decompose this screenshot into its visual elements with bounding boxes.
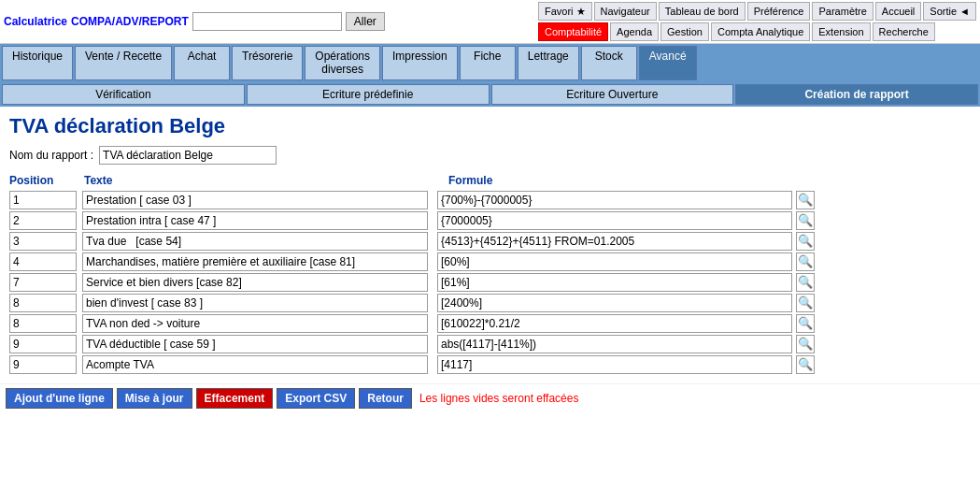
nav-agenda[interactable]: Agenda [610,22,659,41]
nav-sortie[interactable]: Sortie ◄ [923,2,976,21]
formula-input-5[interactable] [437,294,792,312]
rapport-input[interactable] [99,146,277,165]
path-label: COMPA/ADV/REPORT [71,15,189,28]
formula-input-4[interactable] [437,273,792,292]
nav-recherche[interactable]: Recherche [873,22,935,41]
tab-lettrage[interactable]: Lettrage [518,46,579,80]
pos-input-7[interactable] [9,335,77,353]
nav-tableau[interactable]: Tableau de bord [659,2,746,21]
nav-navigateur[interactable]: Navigateur [594,2,657,21]
text-input-3[interactable] [82,252,428,271]
formula-input-1[interactable] [437,211,792,230]
text-input-4[interactable] [82,273,428,292]
nav-extension[interactable]: Extension [812,22,870,41]
back-button[interactable]: Retour [359,388,412,409]
table-rows: 🔍 🔍 🔍 🔍 🔍 🔍 [9,191,971,374]
tab-fiche[interactable]: Fiche [460,46,516,80]
text-input-5[interactable] [82,294,428,312]
action-bar: Ajout d'une ligne Mise à jour Effacement… [0,383,980,412]
aller-button[interactable]: Aller [346,12,385,31]
table-area: Position Texte Formule 🔍 🔍 🔍 🔍 [0,168,980,380]
pos-input-0[interactable] [9,191,77,209]
nav-preference[interactable]: Préférence [747,2,811,21]
pos-input-6[interactable] [9,314,77,333]
table-row: 🔍 [9,314,971,333]
text-input-6[interactable] [82,314,428,333]
search-icon-btn-4[interactable]: 🔍 [796,273,815,292]
pos-input-8[interactable] [9,355,77,374]
text-input-7[interactable] [82,335,428,353]
search-icon-btn-3[interactable]: 🔍 [796,252,815,271]
nav-compta-analytique[interactable]: Compta Analytique [711,22,810,41]
sub-tab-ecriture-ouverture[interactable]: Ecriture Ouverture [491,84,734,105]
tab-avance[interactable]: Avancé [639,46,697,80]
search-icon-btn-6[interactable]: 🔍 [796,314,815,333]
table-row: 🔍 [9,211,971,230]
page-title: TVA déclaration Belge [0,107,980,142]
top-right-nav: Favori ★ Navigateur Tableau de bord Préf… [538,2,976,41]
pos-input-5[interactable] [9,294,77,312]
pos-input-2[interactable] [9,232,77,251]
table-row: 🔍 [9,232,971,251]
tab-operations[interactable]: Opérationsdiverses [305,46,380,80]
pos-input-4[interactable] [9,273,77,292]
table-row: 🔍 [9,294,971,312]
formula-input-3[interactable] [437,252,792,271]
top-nav-row1: Favori ★ Navigateur Tableau de bord Préf… [538,2,976,21]
search-icon-btn-7[interactable]: 🔍 [796,335,815,353]
table-row: 🔍 [9,273,971,292]
warning-text: Les lignes vides seront effacées [419,392,579,405]
table-row: 🔍 [9,252,971,271]
nav-accueil[interactable]: Accueil [875,2,921,21]
tab-historique[interactable]: Historique [2,46,73,80]
formula-input-7[interactable] [437,335,792,353]
sub-tab-bar: Vérification Ecriture prédefinie Ecritur… [0,82,980,107]
search-icon-btn-2[interactable]: 🔍 [796,232,815,251]
sub-tab-ecriture-predefinie[interactable]: Ecriture prédefinie [247,84,490,105]
nav-comptabilite[interactable]: Comptabilité [538,22,608,41]
nav-gestion[interactable]: Gestion [660,22,709,41]
tab-stock[interactable]: Stock [581,46,637,80]
sub-tab-verification[interactable]: Vérification [2,84,245,105]
formula-input-6[interactable] [437,314,792,333]
main-tab-bar: Historique Vente / Recette Achat Trésore… [0,44,980,82]
add-line-button[interactable]: Ajout d'une ligne [6,388,113,409]
calculatrice-label[interactable]: Calculatrice [4,15,67,28]
search-icon-btn-8[interactable]: 🔍 [796,355,815,374]
pos-input-3[interactable] [9,252,77,271]
table-row: 🔍 [9,191,971,209]
search-input[interactable] [192,12,342,31]
formula-input-2[interactable] [437,232,792,251]
pos-input-1[interactable] [9,211,77,230]
update-button[interactable]: Mise à jour [117,388,192,409]
sub-tab-creation-rapport[interactable]: Création de rapport [735,84,978,105]
search-icon-btn-1[interactable]: 🔍 [796,211,815,230]
search-icon-btn-5[interactable]: 🔍 [796,294,815,312]
text-input-1[interactable] [82,211,428,230]
tab-impression[interactable]: Impression [382,46,458,80]
rapport-row: Nom du rapport : [0,142,980,168]
col-header-formule: Formule [448,174,492,187]
text-input-2[interactable] [82,232,428,251]
rapport-label: Nom du rapport : [9,149,93,162]
formula-input-0[interactable] [437,191,792,209]
top-nav-row2: Comptabilité Agenda Gestion Compta Analy… [538,22,976,41]
tab-tresorerie[interactable]: Trésorerie [232,46,303,80]
tab-achat[interactable]: Achat [174,46,230,80]
nav-favori[interactable]: Favori ★ [538,2,592,21]
search-icon-btn-0[interactable]: 🔍 [796,191,815,209]
col-header-position: Position [9,174,84,187]
formula-input-8[interactable] [437,355,792,374]
export-button[interactable]: Export CSV [277,388,355,409]
text-input-8[interactable] [82,355,428,374]
col-header-texte: Texte [84,174,439,187]
col-headers: Position Texte Formule [9,172,971,189]
nav-parametre[interactable]: Paramètre [812,2,873,21]
text-input-0[interactable] [82,191,428,209]
table-row: 🔍 [9,355,971,374]
delete-button[interactable]: Effacement [196,388,274,409]
tab-vente[interactable]: Vente / Recette [75,46,172,80]
table-row: 🔍 [9,335,971,353]
